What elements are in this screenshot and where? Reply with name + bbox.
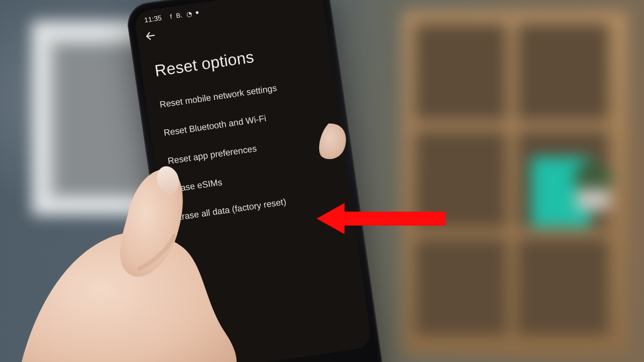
svg-line-0: [147, 35, 155, 37]
plant-pot: [576, 189, 610, 211]
dot-icon: [196, 11, 199, 15]
options-list: Reset mobile network settings Reset Blue…: [145, 66, 352, 233]
letter-b-icon: B.: [175, 11, 182, 18]
back-arrow-icon[interactable]: [144, 29, 157, 42]
clock-icon: ◔: [186, 10, 192, 17]
scene-photo: 11:35 f B. ◔ Reset options Res: [0, 0, 644, 362]
facebook-icon: f: [170, 13, 172, 19]
status-time: 11:35: [144, 14, 162, 24]
status-icons: f B. ◔: [170, 9, 199, 20]
plant: [574, 161, 612, 193]
